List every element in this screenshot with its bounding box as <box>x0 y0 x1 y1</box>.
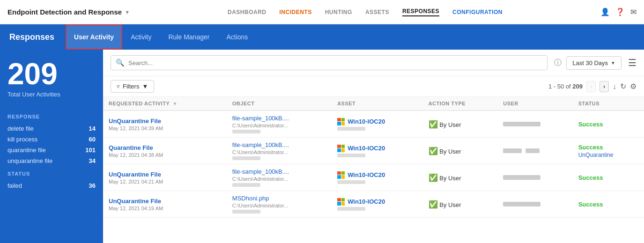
user-bar-2 <box>526 148 540 153</box>
asset-link[interactable]: Win10-IOC20 <box>348 198 385 205</box>
tab-activity[interactable]: Activity <box>122 24 160 50</box>
user-bar <box>503 148 522 153</box>
nav-assets[interactable]: ASSETS <box>365 9 389 15</box>
cell-action-type: ✅ By User <box>423 164 498 191</box>
sidebar-item-quarantine-file[interactable]: quarantine file 101 <box>7 145 96 155</box>
asset-link[interactable]: Win10-IOC20 <box>348 171 385 178</box>
sidebar-item-count: 36 <box>89 182 96 189</box>
sidebar-item-failed[interactable]: failed 36 <box>7 180 96 191</box>
object-link[interactable]: file-sample_100kB.... <box>232 168 289 175</box>
cell-user <box>497 138 572 164</box>
check-icon: ✅ <box>429 200 438 208</box>
nav-configuration[interactable]: CONFIGURATION <box>452 9 503 15</box>
activity-link[interactable]: UnQuarantine File <box>109 118 161 125</box>
cell-user <box>497 110 572 138</box>
top-nav-icons: 👤 ❓ ✉ <box>600 7 637 16</box>
check-icon: ✅ <box>429 147 438 155</box>
cell-status: Success UnQuarantine <box>573 138 644 164</box>
pagination-prev-button[interactable]: ‹ <box>586 81 596 92</box>
sidebar-item-count: 14 <box>89 125 96 132</box>
asset-sub-bar <box>337 127 365 131</box>
sidebar-item-label: quarantine file <box>7 147 46 154</box>
user-icon[interactable]: 👤 <box>600 7 610 16</box>
activity-link[interactable]: Quarantine File <box>109 144 153 151</box>
activity-link[interactable]: UnQuarantine File <box>109 171 161 178</box>
asset-link[interactable]: Win10-IOC20 <box>348 118 385 125</box>
settings-icon[interactable]: ⚙ <box>630 82 637 91</box>
check-icon: ✅ <box>429 120 438 128</box>
sub-navigation: Responses User Activity Activity Rule Ma… <box>0 24 644 50</box>
sidebar-item-unquarantine-file[interactable]: unquarantine file 34 <box>7 155 96 166</box>
activity-link[interactable]: UnQuarantine File <box>109 198 161 205</box>
sidebar-item-count: 60 <box>89 136 96 143</box>
tab-actions[interactable]: Actions <box>218 24 256 50</box>
cell-asset: Win10-IOC20 <box>332 110 423 138</box>
tab-user-activity[interactable]: User Activity <box>66 24 122 50</box>
windows-icon <box>337 118 345 125</box>
user-bar <box>503 122 540 126</box>
col-action-type: ACTION TYPE <box>423 97 498 110</box>
status-section-title: STATUS <box>7 171 96 177</box>
search-input[interactable] <box>128 59 542 66</box>
pagination-next-button[interactable]: › <box>600 81 609 92</box>
help-icon[interactable]: ❓ <box>615 7 625 16</box>
nav-hunting[interactable]: HUNTING <box>325 9 352 15</box>
cell-activity: UnQuarantine File May 12, 2021 04:39 AM <box>103 110 227 138</box>
filter-label: Filters <box>123 83 139 90</box>
menu-icon[interactable]: ☰ <box>628 57 637 68</box>
asset-link[interactable]: Win10-IOC20 <box>348 145 385 152</box>
nav-incidents[interactable]: INCIDENTS <box>280 9 312 15</box>
cell-status: Success <box>573 191 644 218</box>
status-label: Success <box>578 201 603 208</box>
tab-rule-manager[interactable]: Rule Manager <box>160 24 218 50</box>
col-requested-activity[interactable]: REQUESTED ACTIVITY ▼ <box>103 97 227 110</box>
activity-date: May 12, 2021 04:19 AM <box>109 206 221 211</box>
status-sub-label: UnQuarantine <box>578 152 638 158</box>
cell-asset: Win10-IOC20 <box>332 138 423 164</box>
cell-asset: Win10-IOC20 <box>332 164 423 191</box>
download-icon[interactable]: ↓ <box>613 82 616 91</box>
search-help-icon[interactable]: ⓘ <box>554 58 562 68</box>
cell-asset: Win10-IOC20 <box>332 191 423 218</box>
object-link[interactable]: file-sample_100kB.... <box>232 141 289 148</box>
user-bar <box>503 175 540 180</box>
object-link[interactable]: file-sample_100kB.... <box>232 115 289 122</box>
object-link[interactable]: MSDhoni.php <box>232 195 269 202</box>
table-container: REQUESTED ACTIVITY ▼ OBJECT ASSET ACTION… <box>103 97 644 243</box>
object-path: C:\Users\Administrator... <box>232 123 326 128</box>
object-path: C:\Users\Administrator... <box>232 176 326 182</box>
nav-dashboard[interactable]: DASHBOARD <box>228 9 266 15</box>
main-area: 🔍 ⓘ Last 30 Days ▼ ☰ ▿ Filters ▼ 1 - 50 … <box>103 50 644 243</box>
col-user: USER <box>497 97 572 110</box>
object-sub-bar <box>232 210 260 214</box>
status-label: Success <box>578 144 603 151</box>
sidebar-item-kill-process[interactable]: kill process 60 <box>7 134 96 145</box>
date-filter-caret-icon: ▼ <box>611 60 615 66</box>
filters-button[interactable]: ▿ Filters ▼ <box>111 80 154 93</box>
action-type-label: By User <box>439 121 461 128</box>
date-filter-dropdown[interactable]: Last 30 Days ▼ <box>566 56 622 70</box>
filter-icon: ▿ <box>117 83 120 90</box>
sidebar-item-count: 101 <box>85 147 96 154</box>
user-bar <box>503 202 540 206</box>
mail-icon[interactable]: ✉ <box>630 7 637 16</box>
refresh-icon[interactable]: ↻ <box>620 82 626 91</box>
cell-status: Success <box>573 164 644 191</box>
cell-object: file-sample_100kB.... C:\Users\Administr… <box>227 138 332 164</box>
brand-dropdown-icon[interactable]: ▼ <box>125 9 130 15</box>
sidebar: 209 Total User Activities RESPONSE delet… <box>0 50 103 243</box>
action-type-label: By User <box>439 148 461 155</box>
asset-sub-bar <box>337 207 365 211</box>
sidebar-item-delete-file[interactable]: delete file 14 <box>7 123 96 134</box>
sidebar-count: 209 <box>7 59 96 89</box>
object-path: C:\Users\Administrator... <box>232 149 326 155</box>
response-section-title: RESPONSE <box>7 114 96 119</box>
action-type-label: By User <box>439 201 461 208</box>
activity-date: May 12, 2021 04:39 AM <box>109 125 221 131</box>
action-type-label: By User <box>439 175 461 182</box>
nav-responses[interactable]: RESPONSES <box>402 8 439 16</box>
main-nav-links: DASHBOARD INCIDENTS HUNTING ASSETS RESPO… <box>228 8 503 16</box>
sidebar-item-label: failed <box>7 182 22 189</box>
app-brand: Endpoint Detection and Response ▼ <box>7 8 130 16</box>
col-asset: ASSET <box>332 97 423 110</box>
